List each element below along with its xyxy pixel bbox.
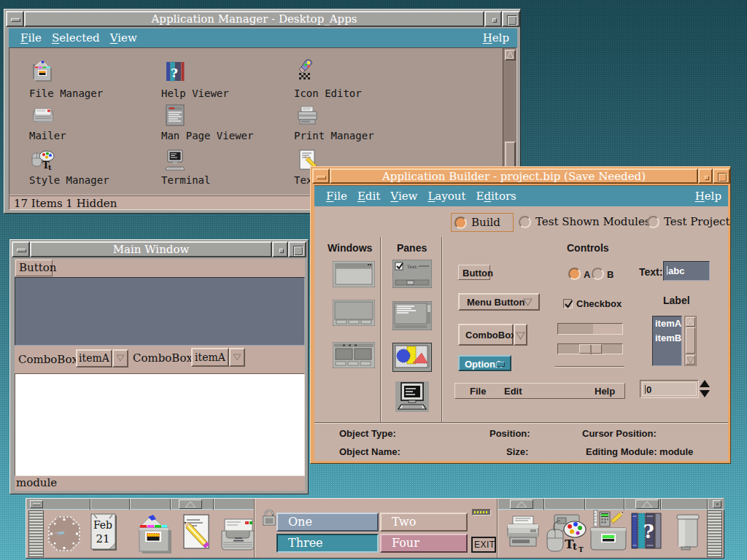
panel-clock[interactable] bbox=[47, 516, 81, 552]
panel-help[interactable]: ? bbox=[630, 510, 662, 553]
menu-layout[interactable]: Layout bbox=[422, 189, 471, 203]
appicon-print-manager[interactable] bbox=[295, 105, 320, 127]
panel-text-note[interactable] bbox=[178, 512, 219, 554]
palette-menu-button[interactable]: Menu Button bbox=[458, 293, 540, 311]
appicon-label[interactable]: Icon Editor bbox=[294, 88, 362, 99]
palette-dialog-window[interactable] bbox=[333, 300, 375, 326]
combobox1-field[interactable]: itemA bbox=[76, 349, 112, 368]
palette-terminal-pane[interactable] bbox=[395, 381, 429, 412]
menu-edit[interactable]: Edit bbox=[352, 189, 385, 203]
title-bar[interactable]: Application Builder - project.bip (Save … bbox=[330, 168, 698, 184]
list-scroll-down[interactable] bbox=[686, 355, 695, 365]
maximize-button[interactable] bbox=[713, 168, 730, 184]
appicon-help-viewer[interactable]: ? bbox=[164, 60, 186, 83]
appicon-mailer[interactable] bbox=[32, 105, 55, 125]
combobox2-field[interactable]: itemA bbox=[191, 348, 229, 367]
panel-style-manager[interactable]: T t T bbox=[546, 510, 588, 554]
list-scroll-thumb[interactable] bbox=[686, 327, 695, 354]
list-scroll-up[interactable] bbox=[686, 317, 695, 327]
scale-slider[interactable] bbox=[557, 343, 623, 354]
palette-menubar[interactable]: File Edit Help bbox=[454, 383, 625, 399]
palette-draw-pane[interactable] bbox=[392, 343, 432, 372]
menu-selected[interactable]: Selected bbox=[47, 31, 105, 45]
maximize-button[interactable] bbox=[288, 241, 306, 257]
minimize-button[interactable] bbox=[484, 11, 502, 27]
panel-mailer[interactable] bbox=[217, 513, 258, 553]
list-scrollbar[interactable] bbox=[684, 316, 697, 366]
palette-main-window[interactable] bbox=[333, 261, 375, 287]
window-menu-button[interactable] bbox=[312, 168, 330, 184]
panel-menu-button[interactable] bbox=[30, 500, 43, 508]
appicon-style-manager[interactable]: T t bbox=[31, 149, 55, 172]
palette-combobox[interactable]: ComboBox bbox=[458, 324, 514, 346]
combobox1-arrow-button[interactable] bbox=[112, 349, 128, 368]
radio-b[interactable] bbox=[592, 268, 604, 280]
palette-combobox-arrow[interactable] bbox=[514, 324, 527, 346]
panel-printer[interactable] bbox=[504, 513, 542, 553]
palette-button[interactable]: Button bbox=[458, 265, 490, 280]
spinbox-field[interactable]: 0 bbox=[642, 382, 697, 396]
panel-trash[interactable] bbox=[674, 512, 702, 553]
list-item-a[interactable]: itemA bbox=[655, 318, 681, 329]
scroll-up-button[interactable] bbox=[505, 50, 516, 61]
panel-applications[interactable] bbox=[588, 509, 629, 554]
panel-file-manager[interactable] bbox=[133, 511, 174, 555]
listbox[interactable]: itemA itemB bbox=[652, 316, 682, 366]
maximize-button[interactable] bbox=[502, 11, 520, 27]
appicon-label[interactable]: Style Manager bbox=[29, 174, 109, 186]
title-bar[interactable]: Application Manager - Desktop_Apps bbox=[24, 11, 484, 27]
workspace-three-button[interactable]: Three bbox=[276, 534, 379, 553]
palette-menubar-file[interactable]: File bbox=[470, 386, 486, 397]
palette-menubar-edit[interactable]: Edit bbox=[504, 386, 522, 397]
appicon-icon-editor[interactable] bbox=[297, 58, 319, 83]
appicon-label[interactable]: Mailer bbox=[29, 130, 66, 141]
palette-custom-dialog[interactable] bbox=[333, 342, 375, 368]
menu-help[interactable]: Help bbox=[478, 31, 514, 45]
menu-editors[interactable]: Editors bbox=[471, 189, 522, 203]
workspace-one-button[interactable]: One bbox=[276, 513, 379, 532]
menu-view[interactable]: View bbox=[385, 189, 422, 203]
window-menu-button[interactable] bbox=[12, 241, 30, 257]
spinbox[interactable]: 0 bbox=[640, 380, 699, 398]
panel-left-grip[interactable] bbox=[28, 510, 44, 557]
appicon-label[interactable]: File Manager bbox=[29, 88, 103, 99]
panel-corner-button[interactable] bbox=[713, 500, 721, 508]
list-item-b[interactable]: itemB bbox=[655, 332, 681, 343]
build-radio-group[interactable]: Build bbox=[451, 213, 514, 232]
sample-button[interactable]: Button bbox=[15, 260, 53, 276]
minimize-button[interactable] bbox=[698, 168, 713, 184]
appicon-terminal[interactable] bbox=[164, 149, 186, 172]
title-bar[interactable]: Main Window bbox=[30, 241, 272, 257]
spinbox-arrows[interactable] bbox=[699, 378, 711, 399]
appicon-label[interactable]: Man Page Viewer bbox=[161, 130, 253, 141]
white-work-area[interactable] bbox=[15, 373, 305, 476]
palette-text-pane[interactable] bbox=[392, 301, 432, 330]
subpanel-tab-help[interactable] bbox=[635, 499, 659, 509]
panel-calendar[interactable]: Feb 21 bbox=[90, 513, 120, 553]
scale-thumb[interactable] bbox=[579, 344, 602, 354]
palette-option-menu[interactable]: OptionA bbox=[458, 355, 511, 371]
panel-right-grip[interactable] bbox=[707, 510, 722, 557]
subpanel-tab-notepad[interactable] bbox=[179, 499, 202, 509]
build-radio[interactable] bbox=[454, 217, 467, 229]
text-field[interactable]: abc bbox=[663, 261, 710, 281]
appicon-man-page-viewer[interactable] bbox=[164, 104, 186, 127]
appicon-label[interactable]: Terminal bbox=[161, 174, 210, 186]
workspace-two-button[interactable]: Two bbox=[380, 513, 468, 532]
test-shown-modules-radio[interactable] bbox=[519, 216, 531, 228]
exit-button[interactable]: EXIT bbox=[471, 537, 496, 553]
appicon-label[interactable]: Help Viewer bbox=[161, 88, 229, 99]
workspace-lock[interactable] bbox=[261, 509, 277, 526]
radio-a[interactable] bbox=[568, 268, 581, 280]
minimize-button[interactable] bbox=[272, 241, 288, 257]
checkbox[interactable] bbox=[563, 299, 573, 308]
subpanel-tab-printer[interactable] bbox=[510, 499, 533, 509]
appicon-file-manager[interactable] bbox=[31, 60, 54, 83]
window-menu-button[interactable] bbox=[6, 11, 24, 27]
appicon-label[interactable]: Print Manager bbox=[294, 130, 374, 141]
workspace-four-button[interactable]: Four bbox=[380, 534, 468, 553]
palette-control-pane[interactable]: Text: bbox=[392, 260, 432, 288]
menu-file[interactable]: File bbox=[15, 31, 47, 45]
palette-menubar-help[interactable]: Help bbox=[595, 386, 615, 397]
menu-view[interactable]: View bbox=[105, 31, 142, 45]
